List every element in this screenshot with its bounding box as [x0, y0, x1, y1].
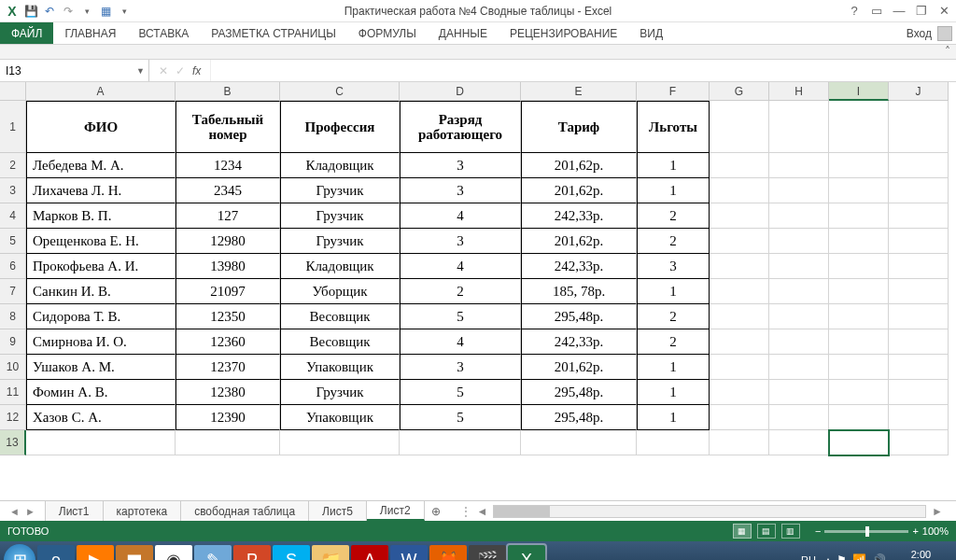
cell-E6[interactable]: 242,33р. — [521, 254, 637, 279]
formula-input[interactable] — [211, 60, 956, 81]
cell-B1[interactable]: Табельный номер — [176, 101, 280, 153]
cell-C8[interactable]: Весовщик — [280, 304, 400, 329]
cell-E11[interactable]: 295,48р. — [521, 380, 637, 405]
col-header-D[interactable]: D — [400, 82, 521, 101]
media-icon[interactable]: ▶ — [77, 545, 114, 560]
cell-D9[interactable]: 4 — [400, 329, 521, 355]
cell-G1[interactable] — [710, 101, 769, 153]
cell-I9[interactable] — [829, 329, 889, 355]
row-header-12[interactable]: 12 — [0, 405, 26, 430]
view-layout-icon[interactable]: ▤ — [757, 524, 776, 539]
cell-B4[interactable]: 127 — [176, 203, 280, 229]
cell-I13[interactable] — [829, 430, 889, 455]
tab-вид[interactable]: ВИД — [628, 22, 674, 44]
accept-formula-icon[interactable]: ✓ — [176, 64, 185, 77]
view-normal-icon[interactable]: ▦ — [733, 524, 752, 539]
cell-C9[interactable]: Весовщик — [280, 329, 400, 355]
cell-J9[interactable] — [889, 329, 949, 355]
zoom-in-icon[interactable]: + — [912, 525, 918, 537]
cell-I8[interactable] — [829, 304, 889, 329]
col-header-C[interactable]: C — [280, 82, 400, 101]
folder1-icon[interactable]: ▆ — [116, 545, 153, 560]
tray-clock[interactable]: 2:00 13.11.2016 — [895, 549, 947, 560]
fx-icon[interactable]: fx — [192, 64, 201, 77]
cell-E8[interactable]: 295,48р. — [521, 304, 637, 329]
cell-D1[interactable]: Разряд работающего — [400, 101, 521, 153]
cell-J13[interactable] — [889, 430, 949, 455]
sheet-tab-1[interactable]: картотека — [104, 501, 182, 521]
zoom-thumb[interactable] — [865, 526, 869, 537]
write-icon[interactable]: ✎ — [194, 545, 232, 560]
sheet-tab-2[interactable]: свободная таблица — [181, 501, 309, 521]
cell-B11[interactable]: 12380 — [176, 380, 280, 405]
tray-flag-icon[interactable]: ⚑ — [836, 553, 847, 560]
cell-J1[interactable] — [889, 101, 949, 153]
cell-B13[interactable] — [176, 430, 280, 455]
row-header-1[interactable]: 1 — [0, 101, 26, 153]
cell-A9[interactable]: Смирнова И. О. — [26, 329, 176, 355]
cell-A7[interactable]: Санкин И. В. — [26, 279, 176, 304]
row-header-3[interactable]: 3 — [0, 178, 26, 203]
cell-J12[interactable] — [889, 405, 949, 430]
cell-C12[interactable]: Упаковщик — [280, 405, 400, 430]
cell-E7[interactable]: 185, 78р. — [521, 279, 637, 304]
zoom-slider[interactable] — [824, 530, 908, 533]
cell-F1[interactable]: Льготы — [637, 101, 710, 153]
cell-B10[interactable]: 12370 — [176, 355, 280, 380]
cell-J11[interactable] — [889, 380, 949, 405]
chrome-icon[interactable]: ◉ — [155, 545, 192, 560]
col-header-B[interactable]: B — [176, 82, 280, 101]
tab-разметка страницы[interactable]: РАЗМЕТКА СТРАНИЦЫ — [200, 22, 347, 44]
cell-I5[interactable] — [829, 229, 889, 254]
cell-E10[interactable]: 201,62р. — [521, 355, 637, 380]
cell-D10[interactable]: 3 — [400, 355, 521, 380]
cell-D12[interactable]: 5 — [400, 405, 521, 430]
cell-I3[interactable] — [829, 178, 889, 203]
cell-D2[interactable]: 3 — [400, 153, 521, 178]
row-header-13[interactable]: 13 — [0, 430, 26, 455]
cell-A5[interactable]: Орещенкова Е. Н. — [26, 229, 176, 254]
cell-F12[interactable]: 1 — [637, 405, 710, 430]
hscroll-right-icon[interactable]: ► — [932, 505, 943, 518]
cell-D5[interactable]: 3 — [400, 229, 521, 254]
cell-A4[interactable]: Марков В. П. — [26, 203, 176, 229]
cell-D3[interactable]: 3 — [400, 178, 521, 203]
cell-F4[interactable]: 2 — [637, 203, 710, 229]
cell-D4[interactable]: 4 — [400, 203, 521, 229]
adobe-icon[interactable]: A — [351, 545, 388, 560]
hscroll-sep-icon[interactable]: ⋮ — [460, 505, 471, 518]
cell-I12[interactable] — [829, 405, 889, 430]
cell-C5[interactable]: Грузчик — [280, 229, 400, 254]
cell-F10[interactable]: 1 — [637, 355, 710, 380]
cell-I2[interactable] — [829, 153, 889, 178]
row-header-5[interactable]: 5 — [0, 229, 26, 254]
cell-G2[interactable] — [710, 153, 769, 178]
sheet-prev-icon[interactable]: ◄ — [9, 506, 20, 517]
cell-H9[interactable] — [769, 329, 829, 355]
cell-G6[interactable] — [710, 254, 769, 279]
cell-H11[interactable] — [769, 380, 829, 405]
col-header-I[interactable]: I — [829, 82, 889, 101]
cell-D6[interactable]: 4 — [400, 254, 521, 279]
cell-F9[interactable]: 2 — [637, 329, 710, 355]
row-header-6[interactable]: 6 — [0, 254, 26, 279]
cell-I4[interactable] — [829, 203, 889, 229]
row-header-4[interactable]: 4 — [0, 203, 26, 229]
cell-I11[interactable] — [829, 380, 889, 405]
cell-E12[interactable]: 295,48р. — [521, 405, 637, 430]
cell-G7[interactable] — [710, 279, 769, 304]
cell-B12[interactable]: 12390 — [176, 405, 280, 430]
sheet-tab-3[interactable]: Лист5 — [309, 501, 367, 521]
explorer-icon[interactable]: 📁 — [312, 545, 349, 560]
tab-file[interactable]: ФАЙЛ — [0, 22, 53, 44]
row-header-8[interactable]: 8 — [0, 304, 26, 329]
start-button[interactable]: ⊞ — [4, 544, 35, 560]
cell-A1[interactable]: ФИО — [26, 101, 176, 153]
cell-J4[interactable] — [889, 203, 949, 229]
cell-C1[interactable]: Профессия — [280, 101, 400, 153]
cell-B8[interactable]: 12350 — [176, 304, 280, 329]
firefox-icon[interactable]: 🦊 — [429, 545, 467, 560]
cell-F3[interactable]: 1 — [637, 178, 710, 203]
cell-A11[interactable]: Фомин А. В. — [26, 380, 176, 405]
add-sheet-icon[interactable]: ⊕ — [425, 501, 447, 521]
